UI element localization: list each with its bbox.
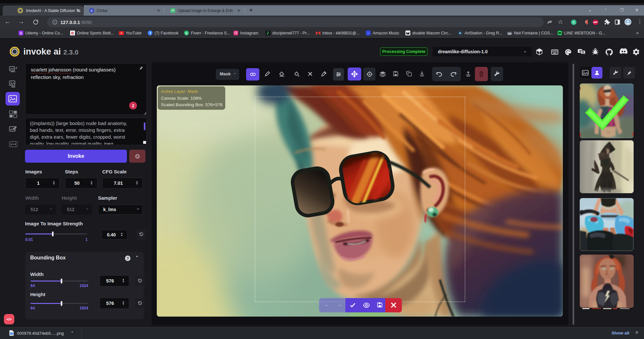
svg-text:♪♪: ♪♪ [367, 32, 369, 34]
svg-text:文: 文 [581, 51, 585, 54]
svg-text:C: C [91, 9, 93, 12]
svg-text:U: U [20, 31, 22, 35]
svg-text:B: B [71, 31, 74, 35]
svg-text:ABP: ABP [593, 21, 598, 23]
svg-text:C: C [573, 20, 575, 24]
svg-text:fi: fi [186, 32, 188, 35]
svg-text:GO: GO [508, 33, 511, 35]
